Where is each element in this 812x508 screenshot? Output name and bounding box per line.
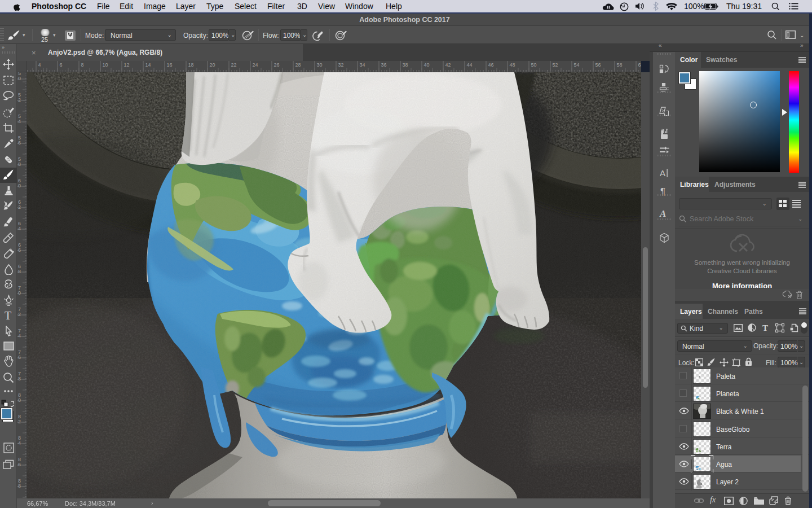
svg-text:T: T: [5, 310, 11, 322]
svg-text:T: T: [762, 323, 768, 332]
svg-text:A: A: [660, 168, 665, 178]
svg-text:A: A: [659, 208, 666, 218]
